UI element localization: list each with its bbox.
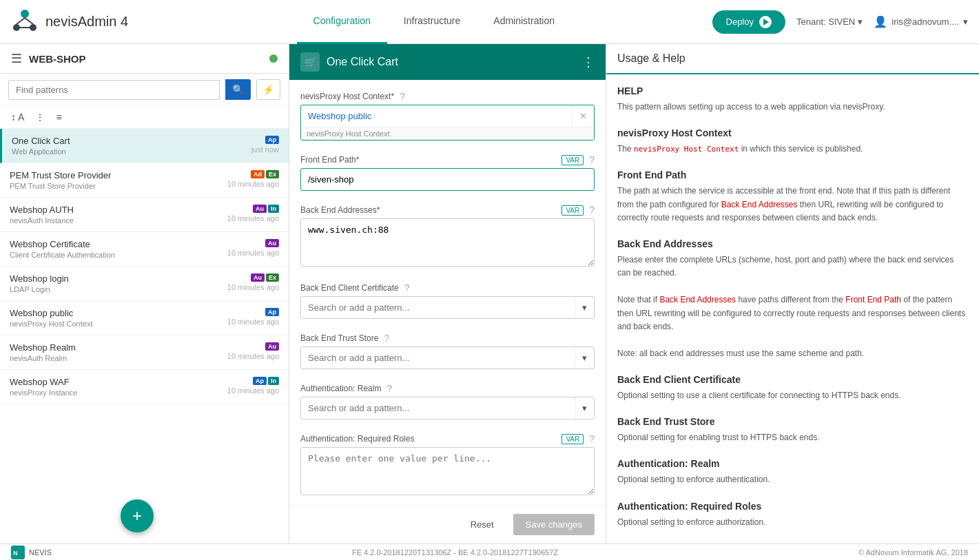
version-label: FE 4.2.0-20181220T131306Z - BE 4.2.0-201… — [352, 548, 558, 557]
copyright-label: © AdNovum Informatik AG, 2018 — [858, 548, 968, 557]
help-section-front-end-path: Front End Path The path at which the ser… — [617, 169, 968, 225]
auth-required-roles-var-badge: VAR — [561, 434, 584, 444]
top-nav: nevisAdmin 4 Configuration Infrastructur… — [0, 0, 979, 44]
help-auth-roles-title: Authentication: Required Roles — [617, 501, 968, 512]
list-item[interactable]: Webshop Realm nevisAuth Realm Au 10 minu… — [0, 335, 289, 370]
help-auth-realm-text: Optional setting to enforce authenticati… — [617, 473, 968, 486]
help-section-back-end-note2: Note: all back end addresses must use th… — [617, 347, 968, 360]
auth-required-roles-help-icon[interactable]: ? — [589, 433, 595, 444]
help-section-trust-store: Back End Trust Store Optional setting fo… — [617, 416, 968, 444]
back-end-trust-store-input[interactable] — [301, 347, 575, 369]
help-section-title: HELP — [617, 85, 968, 96]
help-back-end-addresses-title: Back End Addresses — [617, 238, 968, 249]
content-panel: 🛒 One Click Cart ⋮ nevisProxy Host Conte… — [289, 44, 606, 543]
help-section-back-end-addresses: Back End Addresses Please enter the comp… — [617, 238, 968, 280]
sidebar-search: 🔍 ⚡ — [0, 74, 289, 106]
content-header: 🛒 One Click Cart ⋮ — [289, 44, 606, 80]
nav-configuration[interactable]: Configuration — [297, 0, 387, 44]
help-section-client-cert: Back End Client Certificate Optional set… — [617, 374, 968, 402]
user-chevron-icon: ▾ — [963, 17, 968, 27]
help-back-end-note2-text: Note: all back end addresses must use th… — [617, 347, 968, 360]
back-end-trust-store-label: Back End Trust Store — [300, 333, 378, 343]
content-footer: Reset Save changes — [289, 505, 606, 543]
user-icon: 👤 — [874, 15, 887, 28]
main-container: ☰ WEB-SHOP 🔍 ⚡ ↕ A ⋮ ≡ One Click Cart We… — [0, 44, 979, 543]
list-view-button[interactable]: ≡ — [53, 109, 64, 125]
deploy-label: Deploy — [726, 17, 754, 27]
sidebar-toolbar: ↕ A ⋮ ≡ — [0, 106, 289, 129]
nav-administration[interactable]: Administration — [477, 0, 571, 44]
help-section-roles-note: Callers must carry one of the specified … — [617, 543, 968, 543]
nevis-label: NEVIS — [29, 548, 52, 557]
nevis-logo: N NEVIS — [11, 546, 52, 559]
back-end-client-cert-help-icon[interactable]: ? — [404, 282, 410, 293]
sort-button[interactable]: ↕ A — [8, 109, 27, 125]
back-end-addresses-label: Back End Addresses* — [300, 205, 380, 215]
help-section-auth-roles: Authentication: Required Roles Optional … — [617, 501, 968, 529]
nevis-proxy-host-context-help-icon[interactable]: ? — [400, 91, 405, 102]
nevis-logo-icon: N — [11, 546, 25, 559]
list-item[interactable]: Webshop AUTH nevisAuth Instance AuIn 10 … — [0, 198, 289, 232]
list-item[interactable]: Webshop login LDAP Login AuEx 10 minutes… — [0, 267, 289, 301]
help-body: HELP This pattern allows setting up acce… — [606, 74, 979, 543]
deploy-button[interactable]: Deploy — [712, 10, 785, 34]
list-item[interactable]: PEM Trust Store Provider PEM Trust Store… — [0, 163, 289, 198]
auth-realm-label: Authentication: Realm — [300, 384, 381, 393]
field-back-end-client-certificate: Back End Client Certificate ? ▾ — [300, 282, 595, 319]
field-back-end-addresses: Back End Addresses* VAR ? www.siven.ch:8… — [300, 205, 595, 269]
nevis-proxy-host-context-label: nevisProxy Host Context* — [300, 92, 394, 101]
front-end-path-help-icon[interactable]: ? — [589, 154, 595, 165]
help-nevis-proxy-title: nevisProxy Host Context — [617, 127, 968, 138]
back-end-addresses-textarea[interactable]: www.siven.ch:88 — [300, 218, 595, 267]
help-intro-text: This pattern allows setting up access to… — [617, 101, 968, 114]
help-back-end-addresses-text: Please enter the complete URLs (scheme, … — [617, 253, 968, 280]
help-client-cert-title: Back End Client Certificate — [617, 374, 968, 385]
save-button[interactable]: Save changes — [513, 514, 595, 535]
nav-links: Configuration Infrastructure Administrat… — [156, 0, 712, 44]
auth-realm-input[interactable] — [301, 397, 575, 419]
sidebar: ☰ WEB-SHOP 🔍 ⚡ ↕ A ⋮ ≡ One Click Cart We… — [0, 44, 289, 543]
back-end-client-cert-input[interactable] — [301, 297, 575, 318]
back-end-trust-store-help-icon[interactable]: ? — [384, 333, 389, 344]
user-info[interactable]: 👤 iris@adnovum.... ▾ — [874, 15, 968, 28]
front-end-path-input[interactable] — [300, 168, 595, 191]
back-end-trust-store-dropdown-btn[interactable]: ▾ — [575, 347, 594, 369]
back-end-client-cert-dropdown: ▾ — [300, 296, 595, 319]
sidebar-header: ☰ WEB-SHOP — [0, 44, 289, 74]
front-end-path-label: Front End Path* — [300, 155, 359, 165]
list-item[interactable]: One Click Cart Web Application Ap just n… — [0, 129, 289, 163]
nevis-proxy-host-context-value[interactable]: Webshop public — [301, 105, 572, 127]
help-header: Usage & Help — [606, 44, 979, 74]
list-item[interactable]: Webshop Certificate Client Certificate A… — [0, 232, 289, 267]
back-end-client-cert-label: Back End Client Certificate — [300, 283, 399, 293]
more-button[interactable]: ⋮ — [32, 109, 48, 125]
search-input[interactable] — [8, 80, 220, 100]
content-menu-icon[interactable]: ⋮ — [582, 54, 595, 70]
content-header-icon: 🛒 — [300, 52, 320, 72]
search-button[interactable]: 🔍 — [225, 79, 251, 100]
filter-button[interactable]: ⚡ — [256, 79, 280, 100]
tenant-selector[interactable]: Tenant: SIVEN ▾ — [796, 17, 863, 27]
list-item[interactable]: Webshop public nevisProxy Host Context A… — [0, 301, 289, 335]
help-back-end-note-text: Note that if Back End Addresses have pat… — [617, 293, 968, 333]
menu-icon[interactable]: ☰ — [11, 51, 22, 66]
field-authentication-realm: Authentication: Realm ? ▾ — [300, 383, 595, 419]
back-end-addresses-help-icon[interactable]: ? — [589, 205, 595, 216]
online-status-dot — [269, 54, 278, 63]
auth-required-roles-textarea[interactable] — [300, 447, 595, 495]
back-end-addresses-var-badge: VAR — [561, 205, 584, 216]
svg-text:N: N — [13, 550, 18, 557]
reset-button[interactable]: Reset — [460, 514, 505, 535]
help-section-auth-realm: Authentication: Realm Optional setting t… — [617, 458, 968, 486]
nav-infrastructure[interactable]: Infrastructure — [387, 0, 477, 44]
context-clear-icon[interactable]: ✕ — [572, 105, 594, 127]
add-pattern-button[interactable]: + — [121, 499, 154, 532]
list-item[interactable]: Webshop WAF nevisProxy Instance ApIn 10 … — [0, 370, 289, 404]
play-icon — [759, 16, 772, 28]
auth-realm-dropdown-btn[interactable]: ▾ — [575, 397, 594, 419]
help-auth-roles-text: Optional setting to enforce authorizatio… — [617, 516, 968, 529]
auth-realm-help-icon[interactable]: ? — [387, 383, 392, 394]
brand-icon — [11, 7, 39, 37]
back-end-client-cert-dropdown-btn[interactable]: ▾ — [575, 297, 594, 318]
field-nevis-proxy-host-context: nevisProxy Host Context* ? Webshop publi… — [300, 91, 595, 141]
